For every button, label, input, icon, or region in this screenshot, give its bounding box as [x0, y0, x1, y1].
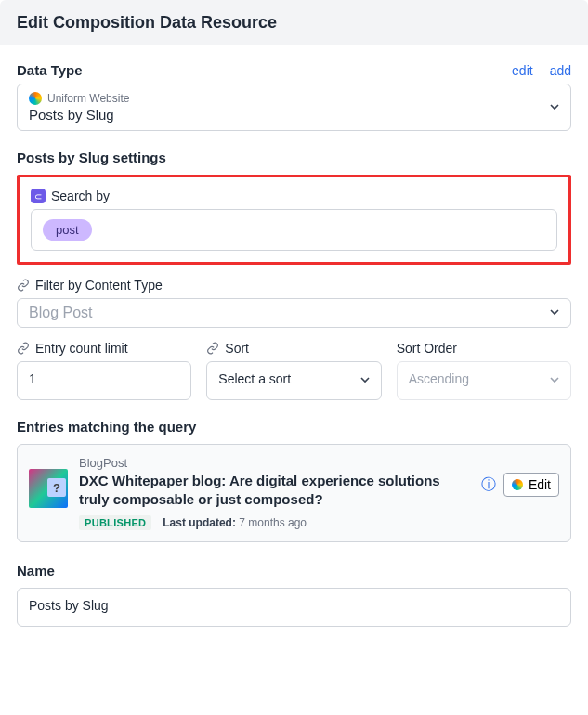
updated-value: 7 months ago — [239, 516, 307, 529]
chevron-down-icon — [550, 101, 559, 114]
edit-button-label: Edit — [529, 477, 551, 492]
chevron-down-icon — [360, 374, 370, 387]
info-icon[interactable]: ⓘ — [481, 475, 496, 495]
filter-label: Filter by Content Type — [35, 278, 163, 292]
updated-label: Last updated: — [163, 516, 236, 529]
filter-select[interactable]: Blog Post — [17, 298, 571, 328]
search-by-input[interactable]: post — [31, 209, 557, 251]
sort-label: Sort — [225, 341, 249, 356]
search-chip[interactable]: post — [43, 219, 92, 240]
sort-order-select[interactable]: Ascending — [397, 361, 571, 400]
link-icon — [17, 279, 30, 292]
edit-entry-button[interactable]: Edit — [503, 473, 559, 497]
search-by-highlight: ⊂ Search by post — [17, 175, 571, 265]
sort-select[interactable]: Select a sort — [206, 361, 381, 400]
entry-count-input[interactable]: 1 — [17, 361, 191, 400]
chevron-down-icon — [550, 306, 559, 319]
search-by-label: Search by — [51, 188, 110, 203]
page-title: Edit Composition Data Resource — [0, 0, 588, 46]
filter-value: Blog Post — [29, 305, 92, 320]
data-type-select[interactable]: Uniform Website Posts by Slug — [17, 84, 571, 131]
sort-placeholder: Select a sort — [218, 371, 291, 386]
name-label: Name — [17, 563, 571, 578]
data-type-label: Data Type — [17, 62, 83, 78]
chevron-down-icon — [550, 374, 559, 387]
sort-order-placeholder: Ascending — [409, 371, 469, 386]
connector-icon: ⊂ — [31, 188, 46, 203]
entry-title: DXC Whitepaper blog: Are digital experie… — [79, 472, 470, 510]
entry-count-label: Entry count limit — [35, 341, 128, 356]
link-icon — [206, 342, 219, 355]
settings-title: Posts by Slug settings — [17, 150, 571, 165]
uniform-logo-icon — [512, 479, 523, 490]
entry-type: BlogPost — [79, 456, 470, 470]
data-type-resource: Uniform Website — [47, 92, 129, 105]
sort-order-label: Sort Order — [397, 341, 457, 356]
entry-card: BlogPost DXC Whitepaper blog: Are digita… — [17, 444, 571, 542]
name-input[interactable]: Posts by Slug — [17, 588, 571, 627]
edit-link[interactable]: edit — [512, 63, 533, 78]
uniform-logo-icon — [29, 92, 42, 105]
entry-thumbnail — [29, 469, 68, 508]
add-link[interactable]: add — [550, 63, 571, 78]
data-type-value: Posts by Slug — [29, 107, 559, 123]
status-badge: PUBLISHED — [79, 515, 151, 530]
entries-title: Entries matching the query — [17, 419, 571, 435]
link-icon — [17, 342, 30, 355]
